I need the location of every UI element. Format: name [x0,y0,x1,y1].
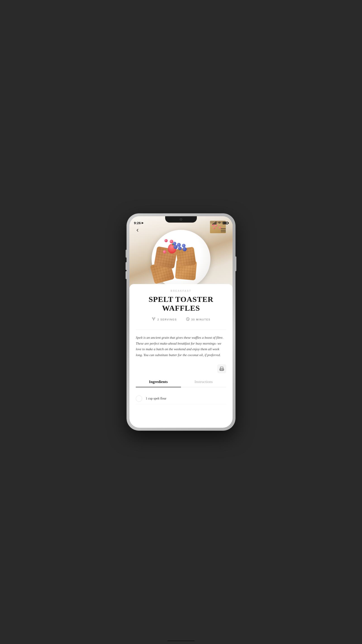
servings-icon [152,317,156,322]
menu-button[interactable] [221,227,228,234]
wifi-icon [218,221,221,225]
recipe-title: SPELT TOASTER WAFFLES [136,295,226,312]
recipe-meta: 2 SERVINGS 30 MINUTES [136,317,226,322]
battery-icon [223,222,228,224]
hero-image [129,216,233,288]
phone-frame: 9:26 ▶ [127,214,235,430]
tabs-row: Ingredients Instructions [136,377,226,387]
time-meta: 30 MINUTES [186,317,211,322]
content-section: BREAKFAST SPELT TOASTER WAFFLES [129,284,233,424]
servings-meta: 2 SERVINGS [152,317,177,322]
recipe-description: Spelt is an ancient grain that gives the… [136,335,226,358]
back-button[interactable] [134,227,141,234]
print-button[interactable] [217,364,226,373]
ingredient-checkbox[interactable] [136,396,142,402]
ingredient-text: 1 cup spelt flour [146,397,166,400]
svg-point-3 [223,369,223,370]
ingredient-item: 1 cup spelt flour [136,393,226,405]
ingredients-list: 1 cup spelt flour [136,393,226,405]
notch [165,216,197,222]
category-label: BREAKFAST [136,290,226,292]
status-icons [212,221,228,225]
location-icon: ▶ [142,222,143,224]
signal-icon [212,222,216,224]
time-icon [186,317,190,322]
print-row [136,364,226,373]
screen-content[interactable]: BREAKFAST SPELT TOASTER WAFFLES [129,216,233,428]
front-camera [180,218,182,221]
svg-rect-1 [220,367,223,369]
tab-ingredients[interactable]: Ingredients [136,377,181,387]
tab-instructions[interactable]: Instructions [181,377,226,387]
divider [136,329,226,330]
phone-screen: 9:26 ▶ [129,216,233,428]
status-time: 9:26 ▶ [134,221,143,225]
